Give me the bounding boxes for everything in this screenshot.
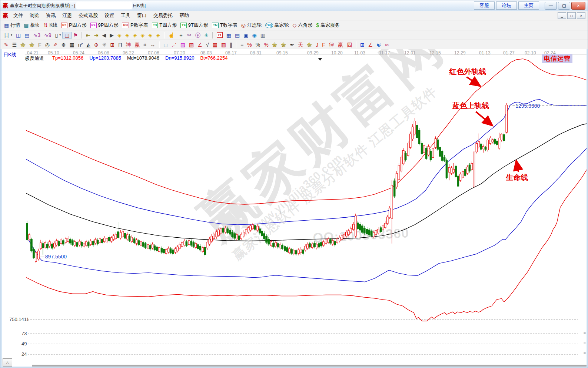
hline-set-tool[interactable]: ☰ <box>10 42 19 48</box>
nav-last-button[interactable]: ⇥ <box>92 32 100 38</box>
p9-square-button[interactable]: P99P四方形 <box>89 21 120 29</box>
gold-grid-tool[interactable]: 金 <box>19 42 27 48</box>
infinity-tool[interactable]: ∞ <box>383 42 391 48</box>
mdi-restore-button[interactable]: □ <box>567 12 576 19</box>
spiral-tool[interactable]: ◎ <box>43 42 52 48</box>
forum-button[interactable]: 论坛 <box>496 1 517 10</box>
menu-item-7[interactable]: 工具 <box>117 11 134 20</box>
t9-square-button[interactable]: T99T四方形 <box>179 21 210 29</box>
ruler125-tool[interactable]: ⌗ <box>142 42 148 48</box>
prism-tool[interactable]: ◭ <box>84 42 92 48</box>
pulse-tool[interactable]: Π <box>116 42 124 48</box>
menu-item-10[interactable]: 帮助 <box>176 11 192 20</box>
t-gann-tool-button[interactable]: ✳ <box>202 32 210 38</box>
system-tools-button[interactable]: ▥ <box>259 32 267 38</box>
menu-item-8[interactable]: 窗口 <box>134 11 150 20</box>
slashes-tool[interactable]: ∥ <box>228 42 234 48</box>
gold-line-tool[interactable]: 金 <box>279 42 288 48</box>
minimize-button[interactable]: — <box>545 2 557 10</box>
hand-tool-button[interactable]: ☝ <box>166 32 176 38</box>
wheel-small-tool[interactable]: ⊛ <box>60 42 68 48</box>
mdi-close-button[interactable]: × <box>577 12 585 19</box>
angle-up-tool[interactable]: ∠ <box>196 42 204 48</box>
f-line-tool[interactable]: F <box>320 42 327 48</box>
service-button[interactable]: 客服 <box>474 1 495 10</box>
wave3-button[interactable]: ∿3 <box>31 32 42 38</box>
gann-diamond-1-button[interactable]: ◈ <box>116 32 123 38</box>
expand-panel-button[interactable]: △ <box>3 358 12 367</box>
ink-brush-tool[interactable]: ✒ <box>288 42 296 48</box>
gann-diamond-5-button[interactable]: ◈ <box>146 32 154 38</box>
frame-tool[interactable]: ◻ <box>162 42 170 48</box>
dense-grid-tool[interactable]: ▦ <box>68 42 76 48</box>
price-scale-tool[interactable]: ≡ <box>239 42 245 48</box>
quotes-button[interactable]: ▦行情 <box>2 21 22 29</box>
gann-diamond-6-button[interactable]: ◈ <box>154 32 162 38</box>
box-red-tool[interactable]: ▧ <box>187 42 196 48</box>
sectors-button[interactable]: ▩板块 <box>22 21 41 29</box>
close-button[interactable]: × <box>571 2 585 10</box>
fan-red-tool[interactable]: ⋰ <box>170 42 179 48</box>
calculator-button[interactable]: ▦ <box>225 32 233 38</box>
t-number-button[interactable]: TNT数字表 <box>210 21 239 29</box>
restore-button[interactable]: ▢ <box>558 2 570 10</box>
spider-web-tool[interactable]: ⊞ <box>108 42 116 48</box>
four-angle-tool[interactable]: 四 <box>345 42 354 48</box>
yinyang-tool[interactable]: ☯ <box>375 42 383 48</box>
menu-item-4[interactable]: 江恩 <box>59 11 75 20</box>
star-web-tool[interactable]: ✳ <box>100 42 109 48</box>
winner-wheel-button[interactable]: Big赢家轮 <box>263 21 291 29</box>
win-line-tool[interactable]: 赢 <box>133 42 142 48</box>
menu-item-1[interactable]: 文件 <box>10 11 26 20</box>
menu-item-6[interactable]: 设置 <box>101 11 117 20</box>
candle-style-dropdown[interactable]: ▯▾ <box>53 32 63 38</box>
diary-button[interactable]: ▤ <box>233 32 242 38</box>
kline-button[interactable]: ⇅K线 <box>41 21 59 29</box>
angle-tool-button[interactable]: ✂ <box>185 32 193 38</box>
menu-item-9[interactable]: 交易委托 <box>150 11 176 20</box>
mini-chart-tool[interactable]: ∠ <box>366 42 375 48</box>
price-chart[interactable]: 赢家财富网赢家江恩软件 股票分析软件 江恩工具软件www.yingjia360.… <box>0 49 588 368</box>
nav-next-button[interactable]: ▶ <box>108 32 116 38</box>
net-tools-button[interactable]: ◉ <box>250 32 258 38</box>
grid-yellow-tool[interactable]: ⊞ <box>358 42 366 48</box>
calendar-button[interactable]: 21 <box>215 32 225 38</box>
menu-item-3[interactable]: 资讯 <box>43 11 59 20</box>
gann-wheel-button[interactable]: ◎江恩轮 <box>239 21 263 29</box>
channel-toggle-button[interactable]: ◫ <box>63 32 71 38</box>
grid-red-tool[interactable]: ▦ <box>211 42 219 48</box>
nav-first-button[interactable]: ⇤ <box>84 32 92 38</box>
save-image-button[interactable]: ▣ <box>242 32 250 38</box>
period-daily-dropdown[interactable]: 日▾ <box>2 32 14 38</box>
box-magenta-tool[interactable]: ▨ <box>179 42 187 48</box>
info-pane-button[interactable]: ▤ <box>23 32 31 38</box>
gold-angle-tool[interactable]: 金 <box>305 42 314 48</box>
p-gann-tool-button[interactable]: Ⓟ <box>193 32 202 38</box>
hexagon-button[interactable]: ◇六角形 <box>291 21 315 29</box>
percent-line-tool[interactable]: % <box>262 42 270 48</box>
nav-prev-button[interactable]: ◀ <box>100 32 108 38</box>
winner-service-button[interactable]: $赢家服务 <box>314 21 342 29</box>
fib-f-tool[interactable]: F <box>36 42 43 48</box>
chart-pane-button[interactable]: ◫ <box>14 32 23 38</box>
home-button[interactable]: 主页 <box>518 1 539 10</box>
gold-grid2-tool[interactable]: 金 <box>27 42 36 48</box>
crosshair-tool-button[interactable]: ＋ <box>176 32 185 38</box>
check-wave-tool[interactable]: √ <box>204 42 211 48</box>
p-square-button[interactable]: P3P四方形 <box>59 21 89 29</box>
t-square-button[interactable]: T3T四方形 <box>150 21 179 29</box>
gann-diamond-2-button[interactable]: ◈ <box>123 32 131 38</box>
grid-red2-tool[interactable]: ▥ <box>219 42 228 48</box>
walk-line-tool[interactable]: 律 <box>327 42 336 48</box>
brush-tool[interactable]: ✎ <box>2 42 10 48</box>
gold-circle-tool[interactable]: 金 <box>270 42 279 48</box>
win-angle-tool[interactable]: 赢 <box>336 42 345 48</box>
width-measure-tool[interactable]: ↔ <box>148 42 157 48</box>
god-line-tool[interactable]: 神 <box>124 42 133 48</box>
gann-diamond-3-button[interactable]: ◈ <box>131 32 139 38</box>
wave9-button[interactable]: ∿9 <box>42 32 53 38</box>
circle-cross-tool[interactable]: ⊕ <box>92 42 100 48</box>
percent-slash-tool[interactable]: % <box>245 42 253 48</box>
menu-item-2[interactable]: 浏览 <box>26 11 43 20</box>
percent-tool[interactable]: % <box>254 42 262 48</box>
